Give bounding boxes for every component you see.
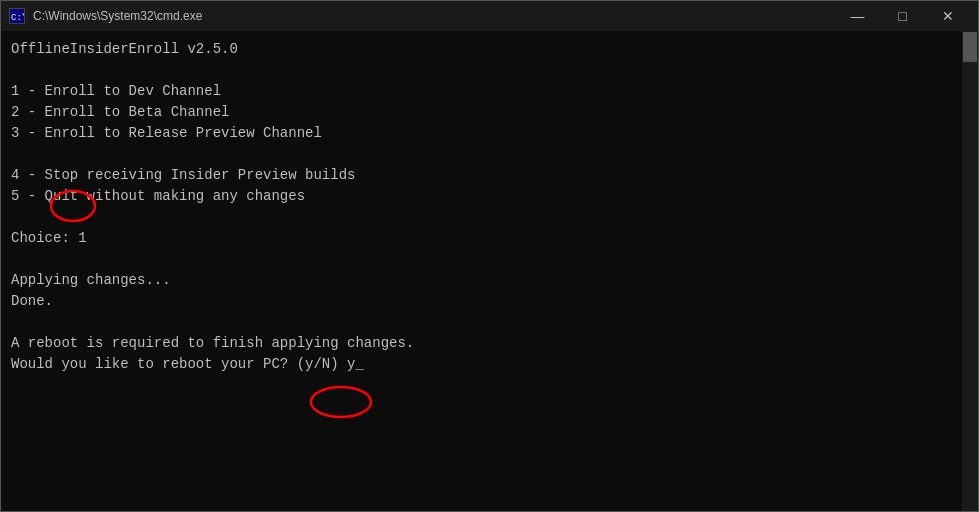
console-line: Choice: 1	[11, 228, 968, 249]
console-line	[11, 144, 968, 165]
svg-point-3	[311, 387, 371, 417]
scrollbar-thumb[interactable]	[963, 32, 977, 62]
minimize-button[interactable]: —	[835, 1, 880, 31]
console-line	[11, 312, 968, 333]
scrollbar[interactable]	[962, 31, 978, 511]
console-line: Applying changes...	[11, 270, 968, 291]
window-controls: — □ ✕	[835, 1, 970, 31]
cmd-window: C:\ C:\Windows\System32\cmd.exe — □ ✕ Of…	[0, 0, 979, 512]
titlebar: C:\ C:\Windows\System32\cmd.exe — □ ✕	[1, 1, 978, 31]
console-line: Would you like to reboot your PC? (y/N) …	[11, 354, 968, 375]
svg-text:C:\: C:\	[11, 13, 24, 23]
close-button[interactable]: ✕	[925, 1, 970, 31]
maximize-button[interactable]: □	[880, 1, 925, 31]
console-line: 3 - Enroll to Release Preview Channel	[11, 123, 968, 144]
console-area[interactable]: OfflineInsiderEnroll v2.5.0 1 - Enroll t…	[1, 31, 978, 511]
console-line: Done.	[11, 291, 968, 312]
console-output: OfflineInsiderEnroll v2.5.0 1 - Enroll t…	[11, 39, 968, 375]
console-line: OfflineInsiderEnroll v2.5.0	[11, 39, 968, 60]
cmd-icon: C:\	[9, 8, 25, 24]
console-line	[11, 60, 968, 81]
console-line: 5 - Quit without making any changes	[11, 186, 968, 207]
window-title: C:\Windows\System32\cmd.exe	[33, 9, 202, 23]
console-line: 2 - Enroll to Beta Channel	[11, 102, 968, 123]
titlebar-left: C:\ C:\Windows\System32\cmd.exe	[9, 8, 202, 24]
console-line: 1 - Enroll to Dev Channel	[11, 81, 968, 102]
console-line: A reboot is required to finish applying …	[11, 333, 968, 354]
console-line	[11, 207, 968, 228]
console-line: 4 - Stop receiving Insider Preview build…	[11, 165, 968, 186]
console-line	[11, 249, 968, 270]
